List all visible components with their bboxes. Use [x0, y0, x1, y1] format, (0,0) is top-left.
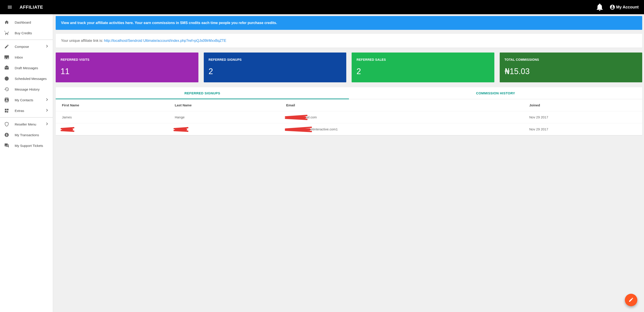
cell-joined: Nov 29 2017 — [523, 123, 642, 135]
appbar: AFFILIATE My Account — [0, 0, 644, 14]
sidebar-item-compose[interactable]: Compose — [0, 41, 53, 52]
stats-row: REFERRED VISITS 11 REFERRED SIGNUPS 2 RE… — [56, 52, 642, 82]
cell-email-suffix: etinteractive.com1 — [311, 127, 338, 131]
inbox-icon — [4, 54, 9, 60]
home-icon — [4, 19, 9, 25]
sidebar-item-label: Inbox — [15, 55, 23, 59]
tab-label: COMMISSION HISTORY — [476, 91, 515, 95]
sidebar-item-label: Scheduled Messages — [15, 77, 46, 80]
stat-signups: REFERRED SIGNUPS 2 — [204, 52, 346, 82]
chevron-right-icon — [44, 44, 50, 50]
drafts-icon — [4, 65, 9, 70]
redacted-scribble — [175, 128, 187, 131]
sidebar-item-label: My Contacts — [15, 98, 33, 102]
bell-icon[interactable] — [595, 3, 604, 11]
cell-email: etinteractive.com1 — [280, 123, 523, 135]
pencil-icon — [628, 297, 634, 303]
sidebar-item-support-tickets[interactable]: My Support Tickets — [0, 140, 53, 151]
affiliate-link-card: Your unique affiliate link is: http://lo… — [56, 34, 642, 48]
sidebar-item-label: Draft Messages — [15, 66, 38, 70]
chevron-right-icon — [44, 97, 50, 103]
contacts-icon — [4, 97, 9, 103]
affiliate-link-prefix: Your unique affiliate link is: — [61, 39, 104, 42]
sidebar-item-label: My Transactions — [15, 133, 39, 137]
widgets-icon — [4, 108, 9, 113]
stat-visits: REFERRED VISITS 11 — [56, 52, 198, 82]
sidebar-item-label: Dashboard — [15, 20, 31, 24]
col-joined: Joined — [523, 99, 642, 111]
redacted-scribble — [286, 116, 306, 119]
tabs: REFERRED SIGNUPS COMMISSION HISTORY — [56, 87, 642, 99]
cell-last-name — [168, 123, 280, 135]
stat-value: 2 — [209, 67, 342, 76]
col-email: Email — [280, 99, 523, 111]
sidebar-item-label: Buy Credits — [15, 31, 32, 35]
tab-referred-signups[interactable]: REFERRED SIGNUPS — [56, 87, 349, 99]
sidebar-item-label: Compose — [15, 45, 29, 48]
sidebar-item-draft-messages[interactable]: Draft Messages — [0, 62, 53, 73]
stat-value: 11 — [60, 67, 194, 76]
chevron-right-icon — [44, 108, 50, 114]
cell-joined: Nov 29 2017 — [523, 111, 642, 123]
history-icon — [4, 87, 9, 92]
affiliate-link[interactable]: http://localhost/Sendroid Ultimate/accou… — [104, 39, 226, 42]
table-header-row: First Name Last Name Email Joined — [56, 99, 642, 111]
sidebar-item-label: My Support Tickets — [15, 144, 43, 148]
sidebar-item-label: Reseller Menu — [15, 122, 36, 126]
cart-icon — [4, 30, 9, 36]
main-content: View and track your affiliate activities… — [53, 14, 644, 312]
stat-sales: REFERRED SALES 2 — [352, 52, 494, 82]
cell-first-name — [56, 123, 168, 135]
tab-commission-history[interactable]: COMMISSION HISTORY — [349, 87, 642, 99]
shield-icon — [4, 121, 9, 127]
sidebar-item-scheduled-messages[interactable]: Scheduled Messages — [0, 73, 53, 84]
clock-icon — [4, 76, 9, 81]
money-icon — [4, 132, 9, 138]
sidebar-item-my-transactions[interactable]: My Transactions — [0, 129, 53, 140]
col-first-name: First Name — [56, 99, 168, 111]
stat-value: 2 — [356, 67, 490, 76]
stat-label: TOTAL COMMISSIONS — [504, 58, 638, 61]
sidebar: Dashboard Buy Credits Compose Inbox Draf… — [0, 14, 53, 312]
cell-last-name: Hange — [168, 111, 280, 123]
sidebar-item-my-contacts[interactable]: My Contacts — [0, 95, 53, 105]
cell-first-name: James — [56, 111, 168, 123]
sidebar-item-dashboard[interactable]: Dashboard — [0, 17, 53, 27]
page-title: AFFILIATE — [20, 5, 43, 10]
redacted-scribble — [62, 128, 73, 131]
table-row: James Hange ail.com Nov 29 2017 — [56, 111, 642, 123]
sidebar-item-label: Extras — [15, 109, 24, 113]
tab-label: REFERRED SIGNUPS — [184, 91, 220, 95]
table-row: etinteractive.com1 Nov 29 2017 — [56, 123, 642, 135]
sidebar-item-label: Message History — [15, 87, 40, 91]
info-banner: View and track your affiliate activities… — [56, 16, 642, 30]
signups-table: First Name Last Name Email Joined James … — [56, 99, 642, 135]
chevron-right-icon — [44, 121, 50, 127]
stat-label: REFERRED SIGNUPS — [209, 58, 342, 61]
col-last-name: Last Name — [168, 99, 280, 111]
signups-card: REFERRED SIGNUPS COMMISSION HISTORY Firs… — [56, 87, 642, 135]
stat-label: REFERRED VISITS — [60, 58, 194, 61]
pencil-icon — [4, 44, 9, 49]
menu-icon[interactable] — [5, 3, 14, 11]
stat-label: REFERRED SALES — [356, 58, 490, 61]
chat-icon — [4, 143, 9, 148]
sidebar-item-message-history[interactable]: Message History — [0, 84, 53, 95]
sidebar-item-buy-credits[interactable]: Buy Credits — [0, 27, 53, 38]
account-label: My Account — [616, 5, 639, 9]
account-menu[interactable]: My Account — [610, 4, 639, 10]
cell-email-suffix: ail.com — [306, 115, 317, 119]
cell-email: ail.com — [280, 111, 523, 123]
stat-commissions: TOTAL COMMISSIONS ₦15.03 — [500, 52, 642, 82]
compose-fab[interactable] — [625, 294, 637, 306]
sidebar-item-inbox[interactable]: Inbox — [0, 52, 53, 62]
sidebar-item-extras[interactable]: Extras — [0, 105, 53, 116]
info-banner-text: View and track your affiliate activities… — [61, 21, 277, 25]
stat-value: ₦15.03 — [504, 67, 638, 76]
redacted-scribble — [286, 128, 311, 131]
sidebar-item-reseller-menu[interactable]: Reseller Menu — [0, 119, 53, 129]
nav-divider — [0, 117, 53, 117]
